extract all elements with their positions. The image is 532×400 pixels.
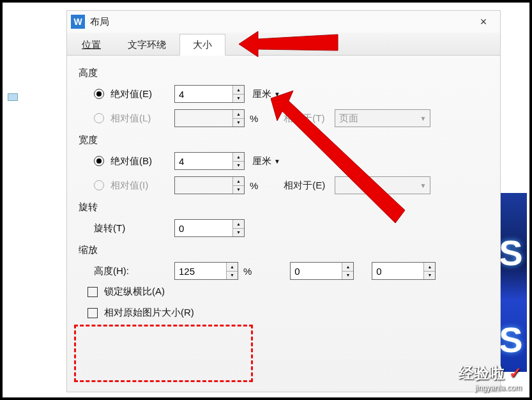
- dialog-content: 高度 绝对值(E) ▲▼ 厘米 ▼ 相对值(L) ▲▼ % 相对于(T) 页面: [67, 56, 500, 319]
- spin-down-icon[interactable]: ▼: [233, 186, 244, 194]
- scale-row: 高度(H): ▲▼ % ▲▼ ▲▼: [79, 261, 489, 281]
- watermark-text: 经验啦 ✓: [459, 363, 522, 383]
- width-absolute-row: 绝对值(B) ▲▼ 厘米 ▼: [79, 151, 489, 171]
- height-relative-row: 相对值(L) ▲▼ % 相对于(T) 页面 ▼: [79, 109, 489, 128]
- rotate-spinner[interactable]: ▲▼: [174, 219, 245, 237]
- dialog-title: 布局: [90, 16, 109, 28]
- relative-original-checkbox[interactable]: [87, 308, 98, 318]
- lock-aspect-row: 锁定纵横比(A): [79, 286, 489, 298]
- height-unit-label: 厘米: [252, 88, 271, 100]
- spin-down-icon[interactable]: ▼: [233, 162, 244, 170]
- width-absolute-label: 绝对值(B): [110, 155, 174, 167]
- width-relative-unit: %: [250, 180, 258, 191]
- height-relativeto-value: 页面: [339, 112, 358, 125]
- spin-up-icon[interactable]: ▲: [233, 220, 244, 229]
- lock-aspect-label: 锁定纵横比(A): [104, 286, 165, 298]
- spin-down-icon[interactable]: ▼: [233, 119, 244, 127]
- check-icon: ✓: [509, 364, 522, 381]
- height-relativeto-combo[interactable]: 页面 ▼: [335, 109, 430, 127]
- width-relative-input: [175, 177, 232, 194]
- spin-up-icon[interactable]: ▲: [233, 110, 244, 119]
- tab-position[interactable]: 位置: [68, 34, 114, 55]
- scale-field2-input[interactable]: [291, 263, 342, 279]
- scale-height-input[interactable]: [175, 263, 226, 279]
- width-absolute-radio[interactable]: [94, 156, 104, 166]
- scale-height-unit: %: [243, 266, 252, 277]
- rotate-row: 旋转(T) ▲▼: [79, 219, 489, 238]
- width-relativeto-combo[interactable]: ▼: [335, 176, 430, 194]
- height-relative-spinner[interactable]: ▲▼: [174, 109, 245, 127]
- height-absolute-radio[interactable]: [94, 89, 104, 99]
- width-relative-label: 相对值(I): [110, 180, 174, 192]
- layout-dialog: W 布局 × 位置 文字环绕 大小 高度 绝对值(E) ▲▼ 厘米 ▼ 相对值(…: [66, 10, 501, 392]
- scale-group-label: 缩放: [79, 244, 489, 256]
- scale-field3-input[interactable]: [372, 263, 423, 279]
- spin-up-icon[interactable]: ▲: [342, 263, 353, 272]
- height-relative-input: [175, 110, 232, 127]
- height-unit-dropdown[interactable]: 厘米 ▼: [250, 87, 283, 102]
- height-relative-radio[interactable]: [94, 113, 104, 123]
- rotate-input[interactable]: [175, 220, 232, 236]
- scale-field3-spinner[interactable]: ▲▼: [372, 262, 436, 280]
- caret-down-icon: ▼: [274, 158, 280, 165]
- spin-down-icon[interactable]: ▼: [424, 272, 435, 280]
- spin-up-icon[interactable]: ▲: [227, 263, 238, 272]
- width-unit-dropdown[interactable]: 厘米 ▼: [250, 154, 283, 169]
- background-page-icon: [8, 93, 18, 101]
- titlebar: W 布局 ×: [67, 11, 500, 33]
- caret-down-icon: ▼: [420, 182, 426, 189]
- height-relativeto-label: 相对于(T): [284, 112, 335, 125]
- tab-bar: 位置 文字环绕 大小: [67, 33, 500, 56]
- scale-field2-spinner[interactable]: ▲▼: [290, 262, 354, 280]
- height-absolute-input[interactable]: [175, 86, 232, 102]
- spin-down-icon[interactable]: ▼: [342, 272, 353, 280]
- spin-down-icon[interactable]: ▼: [233, 95, 244, 103]
- scale-height-spinner[interactable]: ▲▼: [174, 262, 238, 280]
- width-relativeto-label: 相对于(E): [284, 180, 335, 192]
- spin-up-icon[interactable]: ▲: [233, 153, 244, 162]
- spin-down-icon[interactable]: ▼: [233, 229, 244, 237]
- tab-text-wrap[interactable]: 文字环绕: [114, 34, 179, 55]
- height-relative-label: 相对值(L): [110, 112, 174, 125]
- watermark: 经验啦 ✓ jingyanla.com: [459, 363, 522, 392]
- height-absolute-row: 绝对值(E) ▲▼ 厘米 ▼: [79, 84, 489, 104]
- close-button[interactable]: ×: [471, 11, 496, 33]
- height-absolute-spinner[interactable]: ▲▼: [174, 85, 245, 103]
- width-relative-row: 相对值(I) ▲▼ % 相对于(E) ▼: [79, 176, 489, 195]
- height-relative-unit: %: [250, 113, 258, 124]
- height-group-label: 高度: [79, 67, 489, 79]
- rotate-group-label: 旋转: [79, 201, 489, 213]
- relative-original-row: 相对原始图片大小(R): [79, 307, 489, 319]
- spin-up-icon[interactable]: ▲: [233, 86, 244, 95]
- rotate-field-label: 旋转(T): [94, 222, 174, 235]
- spin-down-icon[interactable]: ▼: [227, 272, 238, 280]
- spin-up-icon[interactable]: ▲: [424, 263, 435, 272]
- lock-aspect-checkbox[interactable]: [87, 287, 98, 297]
- scale-height-label: 高度(H):: [94, 265, 174, 277]
- caret-down-icon: ▼: [420, 115, 426, 122]
- watermark-url: jingyanla.com: [459, 383, 522, 392]
- tab-size[interactable]: 大小: [179, 34, 225, 56]
- width-absolute-spinner[interactable]: ▲▼: [174, 152, 245, 170]
- width-absolute-input[interactable]: [175, 153, 232, 169]
- height-absolute-label: 绝对值(E): [110, 88, 174, 100]
- spin-up-icon[interactable]: ▲: [233, 177, 244, 186]
- caret-down-icon: ▼: [274, 91, 280, 98]
- app-icon: W: [71, 15, 85, 29]
- width-group-label: 宽度: [79, 134, 489, 146]
- width-relative-radio[interactable]: [94, 180, 104, 190]
- width-relative-spinner[interactable]: ▲▼: [174, 176, 245, 194]
- relative-original-label: 相对原始图片大小(R): [104, 307, 194, 319]
- width-unit-label: 厘米: [252, 155, 271, 167]
